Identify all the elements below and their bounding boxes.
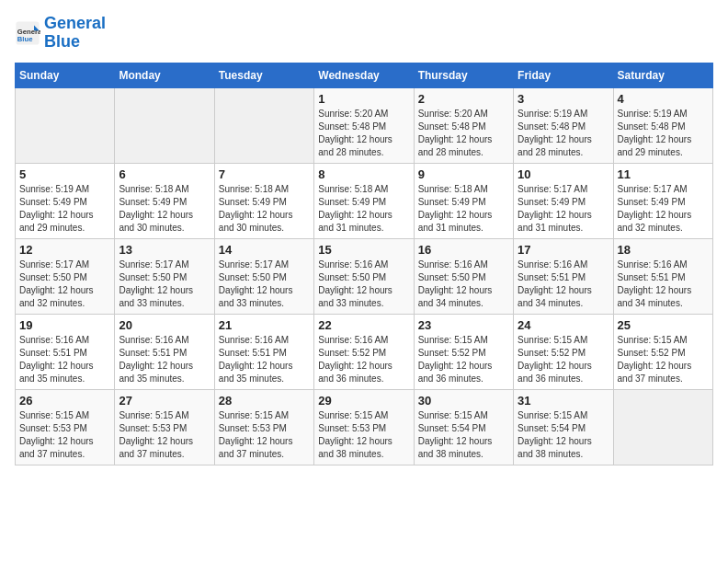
day-number: 30 — [418, 394, 509, 408]
logo-text: GeneralBlue — [44, 15, 106, 52]
day-number: 3 — [518, 92, 609, 106]
day-number: 27 — [119, 394, 210, 408]
day-info: Sunrise: 5:19 AMSunset: 5:48 PMDaylight:… — [518, 108, 609, 159]
day-info: Sunrise: 5:18 AMSunset: 5:49 PMDaylight:… — [219, 183, 310, 235]
calendar-table: SundayMondayTuesdayWednesdayThursdayFrid… — [15, 63, 713, 465]
day-cell: 12Sunrise: 5:17 AMSunset: 5:50 PMDayligh… — [16, 238, 115, 314]
day-number: 5 — [19, 167, 110, 181]
day-cell — [115, 87, 214, 163]
day-number: 29 — [318, 394, 409, 408]
week-row-5: 26Sunrise: 5:15 AMSunset: 5:53 PMDayligh… — [16, 389, 713, 465]
day-number: 20 — [119, 318, 210, 332]
day-number: 18 — [618, 243, 709, 257]
day-cell: 31Sunrise: 5:15 AMSunset: 5:54 PMDayligh… — [514, 389, 613, 465]
weekday-header-tuesday: Tuesday — [214, 63, 313, 87]
day-info: Sunrise: 5:18 AMSunset: 5:49 PMDaylight:… — [119, 183, 210, 235]
day-number: 12 — [19, 243, 110, 257]
day-cell: 25Sunrise: 5:15 AMSunset: 5:52 PMDayligh… — [613, 314, 712, 389]
day-cell: 1Sunrise: 5:20 AMSunset: 5:48 PMDaylight… — [314, 87, 414, 163]
day-number: 10 — [518, 167, 609, 181]
day-cell: 14Sunrise: 5:17 AMSunset: 5:50 PMDayligh… — [214, 238, 313, 314]
day-number: 21 — [219, 318, 310, 332]
day-number: 23 — [418, 318, 509, 332]
day-cell: 29Sunrise: 5:15 AMSunset: 5:53 PMDayligh… — [314, 389, 414, 465]
logo-icon: General Blue — [15, 20, 40, 46]
day-info: Sunrise: 5:19 AMSunset: 5:49 PMDaylight:… — [19, 183, 110, 235]
day-info: Sunrise: 5:16 AMSunset: 5:51 PMDaylight:… — [119, 334, 210, 385]
day-cell: 16Sunrise: 5:16 AMSunset: 5:50 PMDayligh… — [414, 238, 513, 314]
day-cell: 7Sunrise: 5:18 AMSunset: 5:49 PMDaylight… — [214, 163, 313, 238]
day-cell: 27Sunrise: 5:15 AMSunset: 5:53 PMDayligh… — [115, 389, 214, 465]
weekday-header-saturday: Saturday — [613, 63, 712, 87]
weekday-header-friday: Friday — [514, 63, 613, 87]
day-cell: 23Sunrise: 5:15 AMSunset: 5:52 PMDayligh… — [414, 314, 513, 389]
day-info: Sunrise: 5:16 AMSunset: 5:51 PMDaylight:… — [19, 334, 110, 385]
day-info: Sunrise: 5:20 AMSunset: 5:48 PMDaylight:… — [418, 108, 509, 159]
day-number: 6 — [119, 167, 210, 181]
day-cell: 15Sunrise: 5:16 AMSunset: 5:50 PMDayligh… — [314, 238, 414, 314]
day-number: 25 — [618, 318, 709, 332]
day-cell: 5Sunrise: 5:19 AMSunset: 5:49 PMDaylight… — [16, 163, 115, 238]
day-cell: 2Sunrise: 5:20 AMSunset: 5:48 PMDaylight… — [414, 87, 513, 163]
day-info: Sunrise: 5:17 AMSunset: 5:50 PMDaylight:… — [219, 259, 310, 310]
day-info: Sunrise: 5:15 AMSunset: 5:52 PMDaylight:… — [618, 334, 709, 385]
day-cell: 24Sunrise: 5:15 AMSunset: 5:52 PMDayligh… — [514, 314, 613, 389]
weekday-header-monday: Monday — [115, 63, 214, 87]
day-info: Sunrise: 5:16 AMSunset: 5:50 PMDaylight:… — [418, 259, 509, 310]
day-info: Sunrise: 5:15 AMSunset: 5:53 PMDaylight:… — [119, 409, 210, 461]
day-cell: 11Sunrise: 5:17 AMSunset: 5:49 PMDayligh… — [613, 163, 712, 238]
day-cell: 4Sunrise: 5:19 AMSunset: 5:48 PMDaylight… — [613, 87, 712, 163]
weekday-header-wednesday: Wednesday — [314, 63, 414, 87]
week-row-2: 5Sunrise: 5:19 AMSunset: 5:49 PMDaylight… — [16, 163, 713, 238]
day-cell: 20Sunrise: 5:16 AMSunset: 5:51 PMDayligh… — [115, 314, 214, 389]
day-info: Sunrise: 5:15 AMSunset: 5:52 PMDaylight:… — [418, 334, 509, 385]
day-info: Sunrise: 5:18 AMSunset: 5:49 PMDaylight:… — [418, 183, 509, 235]
day-info: Sunrise: 5:15 AMSunset: 5:53 PMDaylight:… — [318, 409, 409, 461]
day-cell: 18Sunrise: 5:16 AMSunset: 5:51 PMDayligh… — [613, 238, 712, 314]
day-number: 17 — [518, 243, 609, 257]
day-number: 11 — [618, 167, 709, 181]
day-number: 4 — [618, 92, 709, 106]
week-row-1: 1Sunrise: 5:20 AMSunset: 5:48 PMDaylight… — [16, 87, 713, 163]
day-number: 13 — [119, 243, 210, 257]
weekday-header-row: SundayMondayTuesdayWednesdayThursdayFrid… — [16, 63, 713, 87]
day-number: 26 — [19, 394, 110, 408]
day-number: 22 — [318, 318, 409, 332]
day-info: Sunrise: 5:17 AMSunset: 5:50 PMDaylight:… — [119, 259, 210, 310]
day-cell: 9Sunrise: 5:18 AMSunset: 5:49 PMDaylight… — [414, 163, 513, 238]
day-cell: 21Sunrise: 5:16 AMSunset: 5:51 PMDayligh… — [214, 314, 313, 389]
day-info: Sunrise: 5:15 AMSunset: 5:54 PMDaylight:… — [418, 409, 509, 461]
day-number: 14 — [219, 243, 310, 257]
day-info: Sunrise: 5:17 AMSunset: 5:49 PMDaylight:… — [518, 183, 609, 235]
day-number: 24 — [518, 318, 609, 332]
day-number: 28 — [219, 394, 310, 408]
day-number: 19 — [19, 318, 110, 332]
day-cell: 8Sunrise: 5:18 AMSunset: 5:49 PMDaylight… — [314, 163, 414, 238]
day-info: Sunrise: 5:15 AMSunset: 5:53 PMDaylight:… — [19, 409, 110, 461]
day-info: Sunrise: 5:15 AMSunset: 5:52 PMDaylight:… — [518, 334, 609, 385]
day-cell: 28Sunrise: 5:15 AMSunset: 5:53 PMDayligh… — [214, 389, 313, 465]
day-cell: 3Sunrise: 5:19 AMSunset: 5:48 PMDaylight… — [514, 87, 613, 163]
week-row-3: 12Sunrise: 5:17 AMSunset: 5:50 PMDayligh… — [16, 238, 713, 314]
day-cell: 30Sunrise: 5:15 AMSunset: 5:54 PMDayligh… — [414, 389, 513, 465]
day-number: 2 — [418, 92, 509, 106]
day-info: Sunrise: 5:17 AMSunset: 5:49 PMDaylight:… — [618, 183, 709, 235]
day-cell: 22Sunrise: 5:16 AMSunset: 5:52 PMDayligh… — [314, 314, 414, 389]
day-info: Sunrise: 5:17 AMSunset: 5:50 PMDaylight:… — [19, 259, 110, 310]
day-info: Sunrise: 5:16 AMSunset: 5:52 PMDaylight:… — [318, 334, 409, 385]
day-info: Sunrise: 5:16 AMSunset: 5:51 PMDaylight:… — [219, 334, 310, 385]
day-number: 16 — [418, 243, 509, 257]
week-row-4: 19Sunrise: 5:16 AMSunset: 5:51 PMDayligh… — [16, 314, 713, 389]
day-cell: 10Sunrise: 5:17 AMSunset: 5:49 PMDayligh… — [514, 163, 613, 238]
day-number: 31 — [518, 394, 609, 408]
weekday-header-thursday: Thursday — [414, 63, 513, 87]
day-cell: 17Sunrise: 5:16 AMSunset: 5:51 PMDayligh… — [514, 238, 613, 314]
day-cell: 26Sunrise: 5:15 AMSunset: 5:53 PMDayligh… — [16, 389, 115, 465]
day-cell: 13Sunrise: 5:17 AMSunset: 5:50 PMDayligh… — [115, 238, 214, 314]
day-info: Sunrise: 5:15 AMSunset: 5:53 PMDaylight:… — [219, 409, 310, 461]
day-cell — [613, 389, 712, 465]
weekday-header-sunday: Sunday — [16, 63, 115, 87]
logo: General Blue GeneralBlue — [15, 15, 106, 52]
day-number: 7 — [219, 167, 310, 181]
day-info: Sunrise: 5:16 AMSunset: 5:51 PMDaylight:… — [618, 259, 709, 310]
